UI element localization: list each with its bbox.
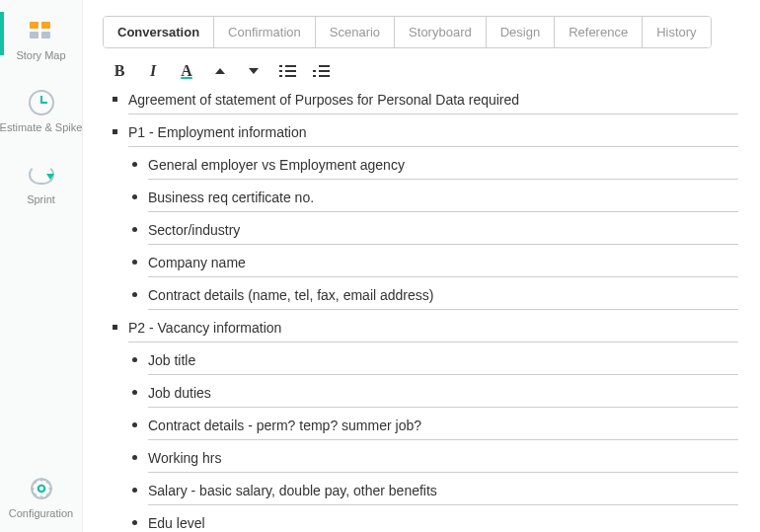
outline-item[interactable]: General employer vs Employment agency (130, 155, 738, 180)
outline-item[interactable]: Edu level (130, 513, 738, 532)
outline-item-text: Edu level (148, 513, 738, 532)
outline-item[interactable]: P2 - Vacancy information (111, 318, 738, 342)
outline-item-text: P1 - Employment information (128, 122, 738, 147)
sidebar-item-configuration[interactable]: Configuration (0, 476, 83, 520)
clock-icon (28, 90, 55, 115)
svg-point-1 (38, 486, 44, 493)
outline-item-text: Sector/industry (148, 220, 738, 245)
tab-confirmation[interactable]: Confirmation (214, 17, 316, 47)
tab-bar: Conversation Confirmation Scenario Story… (103, 16, 712, 48)
sidebar-item-label: Estimate & Spike (0, 121, 82, 134)
outline-item-text: Salary - basic salary, double pay, other… (148, 481, 738, 505)
outline-item[interactable]: Contract details (name, tel, fax, email … (130, 285, 738, 310)
outline-item-text: General employer vs Employment agency (148, 155, 738, 180)
outline-item[interactable]: Working hrs (130, 448, 738, 473)
bold-button[interactable]: B (111, 62, 128, 80)
outline-item[interactable]: Contract details - perm? temp? summer jo… (130, 416, 738, 440)
outline-item[interactable]: Company name (130, 253, 738, 277)
collapse-up-button[interactable] (211, 62, 229, 80)
outline-item[interactable]: Salary - basic salary, double pay, other… (130, 481, 738, 505)
editor-toolbar: B I A (103, 58, 748, 88)
outline-item-text: Job title (148, 350, 738, 375)
italic-button[interactable]: I (144, 62, 162, 80)
outline-item[interactable]: Business req certificate no. (130, 188, 738, 212)
sidebar-item-sprint[interactable]: Sprint (0, 162, 83, 206)
sprint-loop-icon (28, 162, 55, 188)
indent-icon (313, 65, 330, 77)
outline-item-text: Job duties (148, 383, 738, 408)
indent-button[interactable] (312, 62, 330, 80)
outline-item-text: P2 - Vacancy information (128, 318, 738, 342)
sidebar-item-label: Sprint (27, 193, 55, 206)
outline-item[interactable]: Sector/industry (130, 220, 738, 245)
sidebar-item-label: Story Map (16, 49, 65, 62)
tab-design[interactable]: Design (487, 17, 555, 47)
sidebar: Story Map Estimate & Spike Sprint Config… (0, 0, 83, 532)
main-area: Conversation Confirmation Scenario Story… (83, 0, 760, 532)
sidebar-item-label: Configuration (9, 507, 73, 520)
outline-item-text: Contract details - perm? temp? summer jo… (148, 416, 738, 440)
outline-item-text: Company name (148, 253, 738, 277)
outline-item[interactable]: P1 - Employment information (111, 122, 738, 147)
sidebar-item-estimate-spike[interactable]: Estimate & Spike (0, 90, 83, 134)
outline-item-text: Contract details (name, tel, fax, email … (148, 285, 738, 310)
outline-item[interactable]: Job title (130, 350, 738, 375)
tab-scenario[interactable]: Scenario (316, 17, 395, 47)
outline-item-text: Working hrs (148, 448, 738, 473)
outline-item[interactable]: Job duties (130, 383, 738, 408)
tab-history[interactable]: History (643, 17, 710, 47)
text-color-button[interactable]: A (178, 62, 195, 80)
sidebar-item-story-map[interactable]: Story Map (0, 18, 83, 62)
expand-down-button[interactable] (245, 62, 263, 80)
outline-item-text: Agreement of statement of Purposes for P… (128, 90, 738, 114)
outline-item[interactable]: Agreement of statement of Purposes for P… (111, 90, 738, 114)
story-map-icon (28, 18, 55, 43)
outdent-button[interactable] (278, 62, 296, 80)
gear-icon (28, 476, 55, 501)
tab-conversation[interactable]: Conversation (104, 17, 214, 47)
tab-reference[interactable]: Reference (555, 17, 643, 47)
chevron-up-icon (215, 68, 225, 74)
outline-item-text: Business req certificate no. (148, 188, 738, 212)
chevron-down-icon (249, 68, 259, 74)
editor-content[interactable]: Agreement of statement of Purposes for P… (103, 88, 748, 532)
outdent-icon (279, 65, 296, 77)
tab-storyboard[interactable]: Storyboard (395, 17, 487, 47)
